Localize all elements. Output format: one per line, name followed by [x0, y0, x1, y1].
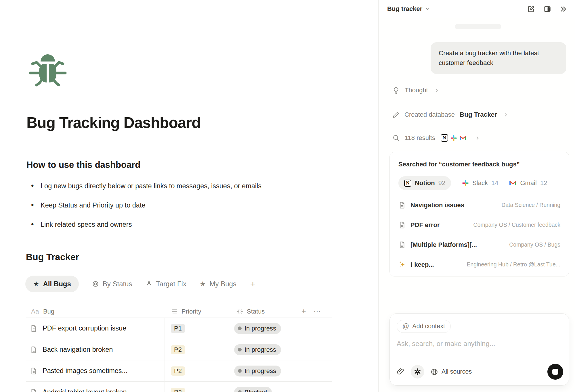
- bullet-item[interactable]: Keep Status and Priority up to date: [28, 201, 350, 210]
- page-icon: [30, 367, 37, 375]
- slack-icon: [450, 135, 457, 141]
- view-tab-label: Target Fix: [156, 280, 186, 288]
- pencil-icon: [392, 111, 400, 118]
- globe-icon: [431, 368, 438, 376]
- search-result-row[interactable]: [Multiple Platforms][... Company OS / Bu…: [398, 235, 560, 255]
- column-divider: [165, 318, 165, 392]
- column-header-bug[interactable]: Aa Bug: [26, 308, 165, 315]
- document-area: Bug Tracking Dashboard How to use this d…: [0, 0, 378, 392]
- status-tag[interactable]: In progress: [234, 344, 281, 355]
- column-divider: [231, 318, 231, 392]
- status-dot-icon: [238, 369, 242, 373]
- chevron-right-icon: [475, 135, 480, 141]
- select-list-icon: [171, 308, 178, 315]
- notion-app: Bug Tracking Dashboard How to use this d…: [0, 0, 575, 392]
- ask-input[interactable]: [397, 340, 554, 348]
- howto-heading[interactable]: How to use this dashboard: [26, 160, 140, 170]
- chevron-down-icon: [425, 6, 430, 11]
- source-icons: N: [441, 134, 467, 142]
- new-chat-button[interactable]: [527, 5, 535, 13]
- column-header-priority[interactable]: Priority: [165, 308, 231, 315]
- view-tab-label: All Bugs: [43, 280, 71, 288]
- table-header-row: Aa Bug Priority Status: [26, 305, 332, 318]
- page-icon: [398, 241, 406, 249]
- gmail-icon: [509, 180, 517, 186]
- created-label: Created database: [404, 111, 455, 118]
- lightbulb-icon: [392, 87, 400, 94]
- search-result-row[interactable]: I keep... Engineering Hub / Retro @Last …: [398, 255, 560, 274]
- page-icon: [398, 221, 406, 229]
- page-icon: [30, 346, 37, 353]
- bullet-item[interactable]: Log new bugs directly below or paste lin…: [28, 182, 350, 191]
- collapse-panel-button[interactable]: [559, 5, 568, 13]
- sparkles-icon: [398, 261, 406, 268]
- page-icon: [30, 325, 37, 332]
- source-tabs: N Notion 92 Slack 14: [398, 176, 560, 190]
- add-column-button[interactable]: +: [301, 307, 306, 316]
- rocket-icon: [146, 280, 152, 287]
- table-options-button[interactable]: ⋯: [314, 307, 321, 316]
- bullet-item[interactable]: Link related specs and owners: [28, 220, 350, 229]
- thought-label: Thought: [405, 87, 428, 94]
- all-sources-button[interactable]: All sources: [431, 368, 472, 376]
- search-results-step[interactable]: 118 results N: [392, 133, 480, 143]
- openai-icon: [414, 368, 421, 376]
- search-result-row[interactable]: Navigation issues Data Science / Running: [398, 195, 560, 215]
- view-tab-by-status[interactable]: By Status: [92, 280, 132, 288]
- table-row[interactable]: Pasted images sometimes... P2 In progres…: [26, 360, 332, 382]
- scrolled-message-remnant: [455, 24, 501, 29]
- column-header-status[interactable]: Status: [231, 308, 297, 315]
- view-tab-label: My Bugs: [209, 280, 236, 288]
- chat-composer: @ Add context: [389, 313, 569, 386]
- source-tab-notion[interactable]: N Notion 92: [398, 176, 451, 190]
- priority-tag[interactable]: P2: [171, 388, 185, 392]
- text-type-icon: Aa: [31, 308, 39, 315]
- priority-tag[interactable]: P1: [171, 324, 185, 333]
- add-context-button[interactable]: @ Add context: [397, 320, 451, 333]
- search-result-list: Navigation issues Data Science / Running…: [398, 195, 560, 274]
- view-tab-target-fix[interactable]: Target Fix: [146, 280, 186, 288]
- table-row[interactable]: PDF export corruption issue P1 In progre…: [26, 318, 332, 339]
- tracker-heading[interactable]: Bug Tracker: [26, 252, 79, 262]
- page-bug-icon[interactable]: [27, 53, 68, 87]
- chevron-right-icon: [503, 112, 509, 118]
- panel-header: Bug tracker: [379, 0, 575, 18]
- notion-icon: N: [441, 134, 448, 142]
- thought-step[interactable]: Thought: [392, 85, 440, 95]
- search-result-row[interactable]: PDF error Company OS / Customer feedback: [398, 215, 560, 235]
- column-label: Priority: [182, 308, 201, 315]
- model-selector-button[interactable]: [411, 365, 424, 378]
- view-tab-all-bugs[interactable]: ★ All Bugs: [25, 276, 79, 292]
- source-tab-slack[interactable]: Slack 14: [462, 179, 498, 187]
- composer-toolbar: All sources: [397, 364, 563, 380]
- assistant-title-menu[interactable]: Bug tracker: [387, 5, 430, 13]
- view-tab-my-bugs[interactable]: ★ My Bugs: [200, 280, 236, 288]
- page-icon: [30, 389, 37, 392]
- database-view-tabs: ★ All Bugs By Status Target Fix ★: [25, 275, 256, 293]
- chevron-right-icon: [434, 88, 440, 93]
- at-icon: @: [402, 322, 409, 330]
- bug-title: Back navigation broken: [43, 346, 113, 353]
- notion-icon: N: [404, 180, 411, 187]
- search-results-card: Searched for “customer feedback bugs” N …: [389, 152, 569, 276]
- status-tag[interactable]: Blocked: [234, 387, 272, 392]
- attach-file-button[interactable]: [397, 368, 404, 376]
- table-row[interactable]: Back navigation broken P2 In progress: [26, 339, 332, 360]
- stop-generation-button[interactable]: [547, 364, 563, 380]
- column-divider: [332, 318, 332, 392]
- created-database-step[interactable]: Created database Bug Tracker: [392, 109, 509, 120]
- priority-tag[interactable]: P2: [171, 345, 185, 354]
- status-tag[interactable]: In progress: [234, 366, 281, 376]
- page-title[interactable]: Bug Tracking Dashboard: [26, 114, 200, 131]
- ai-assistant-panel: Bug tracker: [378, 0, 575, 392]
- status-tag[interactable]: In progress: [234, 323, 281, 334]
- bug-table: Aa Bug Priority Status: [26, 305, 332, 392]
- bug-title: Pasted images sometimes...: [43, 367, 127, 375]
- star-icon: ★: [200, 280, 206, 287]
- table-row[interactable]: Android tablet layout broken P2 Blocked: [26, 382, 332, 392]
- stop-icon: [552, 369, 558, 375]
- toggle-panel-button[interactable]: [543, 5, 551, 13]
- source-tab-gmail[interactable]: Gmail 12: [509, 179, 547, 187]
- add-view-button[interactable]: +: [250, 279, 256, 289]
- priority-tag[interactable]: P2: [171, 366, 185, 376]
